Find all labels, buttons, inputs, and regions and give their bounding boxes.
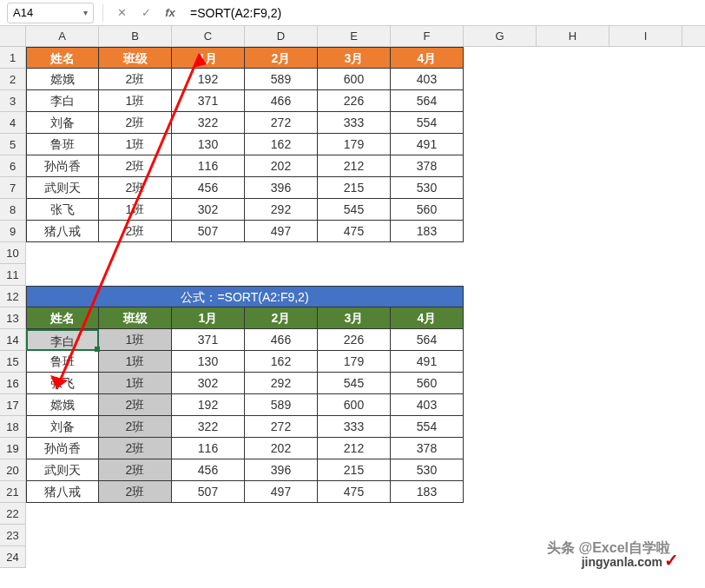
table2-cell[interactable]: 嫦娥	[26, 394, 99, 416]
row-header-1[interactable]: 1	[0, 47, 25, 69]
row-header-6[interactable]: 6	[0, 155, 25, 177]
select-all-corner[interactable]	[0, 26, 26, 47]
table2-cell[interactable]: 226	[318, 329, 391, 351]
row-header-8[interactable]: 8	[0, 199, 25, 221]
table2-cell[interactable]: 600	[318, 394, 391, 416]
table2-cell[interactable]: 武则天	[26, 459, 99, 481]
table1-cell[interactable]: 2班	[99, 221, 172, 242]
table1-cell[interactable]: 179	[318, 134, 391, 155]
table2-cell[interactable]: 130	[172, 351, 245, 373]
fill-handle[interactable]	[95, 347, 100, 352]
table2-cell[interactable]: 491	[391, 351, 464, 373]
table2-cell[interactable]: 1班	[99, 373, 172, 394]
column-header-B[interactable]: B	[99, 26, 172, 46]
row-header-10[interactable]: 10	[0, 242, 25, 264]
row-header-23[interactable]: 23	[0, 525, 25, 546]
table2-cell[interactable]: 212	[318, 438, 391, 459]
table2-cell[interactable]: 2班	[99, 394, 172, 416]
table1-cell[interactable]: 162	[245, 134, 318, 155]
table1-cell[interactable]: 589	[245, 69, 318, 90]
row-header-19[interactable]: 19	[0, 438, 25, 459]
table1-cell[interactable]: 497	[245, 221, 318, 242]
chevron-down-icon[interactable]: ▾	[83, 8, 88, 17]
table2-cell[interactable]: 179	[318, 351, 391, 373]
column-header-I[interactable]: I	[609, 26, 682, 46]
row-header-12[interactable]: 12	[0, 286, 25, 307]
table2-cell[interactable]: 371	[172, 329, 245, 351]
table2-cell[interactable]: 刘备	[26, 416, 99, 438]
table2-cell[interactable]: 322	[172, 416, 245, 438]
table1-header-cell[interactable]: 4月	[391, 47, 464, 69]
table1-cell[interactable]: 545	[318, 199, 391, 221]
table2-cell[interactable]: 589	[245, 394, 318, 416]
table2-cell[interactable]: 李白	[26, 329, 99, 351]
table2-cell[interactable]: 554	[391, 416, 464, 438]
column-header-C[interactable]: C	[172, 26, 245, 46]
table1-header-cell[interactable]: 3月	[318, 47, 391, 69]
table2-header-cell[interactable]: 班级	[99, 307, 172, 329]
table2-cell[interactable]: 2班	[99, 459, 172, 481]
table1-cell[interactable]: 215	[318, 177, 391, 199]
table2-cell[interactable]: 333	[318, 416, 391, 438]
table2-cell[interactable]: 张飞	[26, 373, 99, 394]
table2-cell[interactable]: 507	[172, 481, 245, 503]
table1-cell[interactable]: 600	[318, 69, 391, 90]
row-header-20[interactable]: 20	[0, 459, 25, 481]
table1-cell[interactable]: 2班	[99, 177, 172, 199]
row-header-16[interactable]: 16	[0, 373, 25, 394]
table1-cell[interactable]: 560	[391, 199, 464, 221]
table2-header-cell[interactable]: 4月	[391, 307, 464, 329]
cancel-icon[interactable]: ✕	[112, 3, 131, 23]
row-header-15[interactable]: 15	[0, 351, 25, 373]
row-header-3[interactable]: 3	[0, 90, 25, 112]
table2-cell[interactable]: 403	[391, 394, 464, 416]
table2-cell[interactable]: 302	[172, 373, 245, 394]
table2-header-cell[interactable]: 1月	[172, 307, 245, 329]
table2-cell[interactable]: 215	[318, 459, 391, 481]
row-header-4[interactable]: 4	[0, 112, 25, 134]
table1-cell[interactable]: 183	[391, 221, 464, 242]
table2-header-cell[interactable]: 3月	[318, 307, 391, 329]
table1-cell[interactable]: 2班	[99, 69, 172, 90]
table1-cell[interactable]: 333	[318, 112, 391, 134]
table1-cell[interactable]: 鲁班	[26, 134, 99, 155]
table1-cell[interactable]: 192	[172, 69, 245, 90]
table1-cell[interactable]: 226	[318, 90, 391, 112]
confirm-icon[interactable]: ✓	[136, 3, 155, 23]
formula-input[interactable]	[185, 4, 698, 22]
table1-cell[interactable]: 554	[391, 112, 464, 134]
table1-cell[interactable]: 李白	[26, 90, 99, 112]
table1-cell[interactable]: 272	[245, 112, 318, 134]
row-header-24[interactable]: 24	[0, 546, 25, 568]
table1-header-cell[interactable]: 姓名	[26, 47, 99, 69]
table1-cell[interactable]: 202	[245, 155, 318, 177]
table1-cell[interactable]: 371	[172, 90, 245, 112]
row-header-18[interactable]: 18	[0, 416, 25, 438]
column-header-F[interactable]: F	[391, 26, 464, 46]
fx-icon[interactable]: fx	[161, 3, 180, 23]
column-header-H[interactable]: H	[537, 26, 609, 46]
column-header-E[interactable]: E	[318, 26, 391, 46]
row-header-11[interactable]: 11	[0, 264, 25, 286]
table2-cell[interactable]: 456	[172, 459, 245, 481]
table1-cell[interactable]: 396	[245, 177, 318, 199]
table1-cell[interactable]: 2班	[99, 112, 172, 134]
table2-cell[interactable]: 378	[391, 438, 464, 459]
table1-cell[interactable]: 嫦娥	[26, 69, 99, 90]
table1-cell[interactable]: 1班	[99, 90, 172, 112]
table1-cell[interactable]: 292	[245, 199, 318, 221]
table1-cell[interactable]: 507	[172, 221, 245, 242]
table1-cell[interactable]: 491	[391, 134, 464, 155]
table2-cell[interactable]: 2班	[99, 416, 172, 438]
table2-cell[interactable]: 396	[245, 459, 318, 481]
table2-cell[interactable]: 2班	[99, 481, 172, 503]
table1-cell[interactable]: 1班	[99, 199, 172, 221]
table2-cell[interactable]: 1班	[99, 351, 172, 373]
row-header-2[interactable]: 2	[0, 69, 25, 90]
table1-cell[interactable]: 212	[318, 155, 391, 177]
row-header-5[interactable]: 5	[0, 134, 25, 155]
row-header-9[interactable]: 9	[0, 221, 25, 242]
table2-header-cell[interactable]: 2月	[245, 307, 318, 329]
table2-cell[interactable]: 475	[318, 481, 391, 503]
table2-cell[interactable]: 560	[391, 373, 464, 394]
